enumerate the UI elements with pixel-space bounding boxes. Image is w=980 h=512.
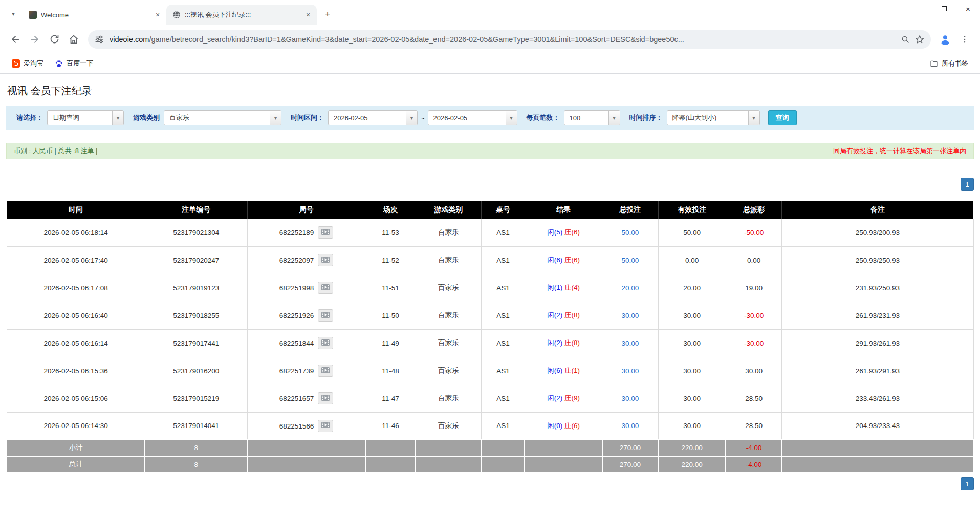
cell-table-no: AS1: [481, 357, 525, 385]
divider: [920, 59, 920, 68]
cell-result: 闲(2) 庄(8): [525, 302, 602, 329]
column-header: 总派彩: [726, 201, 782, 219]
cell-payout: 0.00: [726, 246, 782, 274]
minimize-button[interactable]: [908, 0, 932, 17]
close-tab-icon[interactable]: ×: [153, 10, 162, 19]
game-type-select[interactable]: 百家乐 ▾: [164, 110, 281, 125]
maximize-button[interactable]: [932, 0, 956, 17]
cell-valid-bet: 50.00: [658, 219, 726, 246]
cell-note: 291.93/261.93: [782, 329, 973, 357]
date-end-select[interactable]: 2026-02-05 ▾: [428, 110, 517, 125]
video-replay-button[interactable]: [318, 392, 333, 404]
cell-valid-bet: 0.00: [658, 246, 726, 274]
cell-total-bet[interactable]: 30.00: [602, 302, 659, 329]
tab-search-button[interactable]: ▾: [6, 7, 20, 21]
cell-total-bet[interactable]: 50.00: [602, 219, 659, 246]
column-header: 总投注: [602, 201, 659, 219]
refresh-button[interactable]: [45, 30, 63, 49]
bookmark-taobao[interactable]: 爱淘宝: [7, 57, 48, 70]
cell-total-bet[interactable]: 50.00: [602, 246, 659, 274]
bookmark-baidu[interactable]: 百度一下: [50, 57, 98, 70]
cell-bet-id: 523179019123: [145, 274, 247, 302]
cell-total-bet[interactable]: 20.00: [602, 274, 659, 302]
summary-empty-cell: [782, 456, 973, 473]
all-bookmarks-button[interactable]: 所有书签: [925, 57, 973, 70]
cell-game-type: 百家乐: [416, 385, 481, 412]
video-replay-button[interactable]: [318, 337, 333, 349]
page-1-button[interactable]: 1: [961, 178, 974, 191]
tab-welcome[interactable]: Welcome ×: [23, 5, 166, 25]
summary-empty-cell: [416, 440, 481, 456]
tab-betrecord[interactable]: :::视讯 会员下注纪录::: ×: [166, 5, 317, 25]
cell-round-id: 682251926: [247, 302, 365, 329]
film-icon: [321, 229, 330, 237]
close-window-button[interactable]: ×: [956, 0, 980, 17]
cell-total-bet[interactable]: 30.00: [602, 385, 659, 412]
new-tab-button[interactable]: +: [320, 7, 335, 22]
cell-total-bet[interactable]: 30.00: [602, 329, 659, 357]
sort-order-select[interactable]: 降幂(由大到小) ▾: [667, 110, 760, 125]
page-1-button[interactable]: 1: [961, 477, 974, 490]
summary-valid-bet: 220.00: [658, 456, 726, 473]
summary-label: 总计: [7, 456, 145, 473]
video-replay-button[interactable]: [318, 254, 333, 266]
select-value: 百家乐: [164, 113, 270, 122]
url-text: videoie.com/game/betrecord_search/kind3?…: [110, 35, 895, 44]
round-id: 682251998: [279, 284, 314, 292]
cell-bet-id: 523179016200: [145, 357, 247, 385]
cell-result: 闲(6) 庄(6): [525, 246, 602, 274]
date-mode-select[interactable]: 日期查询 ▾: [47, 110, 124, 125]
forward-button[interactable]: [26, 30, 44, 49]
home-button[interactable]: [64, 30, 83, 49]
chevron-down-icon[interactable]: ▾: [406, 111, 417, 125]
video-replay-button[interactable]: [318, 365, 333, 377]
chevron-down-icon[interactable]: ▾: [270, 111, 281, 125]
video-replay-button[interactable]: [318, 226, 333, 239]
chevron-down-icon[interactable]: ▾: [608, 111, 620, 125]
cell-session: 11-46: [365, 412, 416, 440]
close-tab-icon[interactable]: ×: [303, 10, 313, 19]
film-icon: [321, 312, 330, 319]
round-id: 682251739: [279, 367, 314, 375]
table-row: 2026-02-05 06:16:40523179018255682251926…: [7, 302, 973, 329]
chevron-down-icon[interactable]: ▾: [506, 111, 517, 125]
search-button[interactable]: 查询: [768, 110, 797, 125]
summary-empty-cell: [365, 456, 416, 473]
date-start-select[interactable]: 2026-02-05 ▾: [328, 110, 418, 125]
cell-payout: -30.00: [726, 329, 782, 357]
cell-result: 闲(5) 庄(6): [525, 219, 602, 246]
zoom-icon[interactable]: [898, 32, 912, 47]
video-replay-button[interactable]: [318, 309, 333, 322]
chevron-down-icon[interactable]: ▾: [748, 111, 759, 125]
summary-empty-cell: [782, 440, 973, 456]
result-player: 闲(2): [547, 394, 562, 402]
bet-records-table: 时间注单编号局号场次游戏类别桌号结果总投注有效投注总派彩备注 2026-02-0…: [6, 201, 974, 473]
site-settings-tune-icon[interactable]: [92, 32, 106, 47]
summary-empty-cell: [247, 440, 365, 456]
browser-menu-button[interactable]: [955, 30, 974, 49]
column-header: 局号: [247, 201, 365, 219]
profile-avatar[interactable]: [936, 30, 954, 49]
cell-bet-id: 523179015219: [145, 385, 247, 412]
summary-empty-cell: [525, 440, 602, 456]
cell-game-type: 百家乐: [416, 412, 481, 440]
bookmark-star-icon[interactable]: [912, 32, 927, 47]
address-bar[interactable]: videoie.com/game/betrecord_search/kind3?…: [88, 30, 931, 49]
cell-bet-id: 523179017441: [145, 329, 247, 357]
video-replay-button[interactable]: [318, 282, 333, 294]
per-page-select[interactable]: 100 ▾: [564, 110, 620, 125]
cell-note: 204.93/233.43: [782, 412, 973, 440]
cell-session: 11-52: [365, 246, 416, 274]
cell-total-bet[interactable]: 30.00: [602, 357, 659, 385]
column-header: 注单编号: [145, 201, 247, 219]
cell-payout: 28.50: [726, 385, 782, 412]
chevron-down-icon[interactable]: ▾: [112, 111, 123, 125]
select-value: 2026-02-05: [329, 114, 406, 122]
back-button[interactable]: [6, 30, 25, 49]
summary-empty-cell: [481, 440, 525, 456]
tab-title: :::视讯 会员下注纪录:::: [185, 10, 299, 19]
url-domain: videoie.com: [110, 35, 149, 44]
cell-total-bet[interactable]: 30.00: [602, 412, 659, 440]
result-player: 闲(0): [547, 422, 562, 430]
video-replay-button[interactable]: [318, 420, 333, 432]
